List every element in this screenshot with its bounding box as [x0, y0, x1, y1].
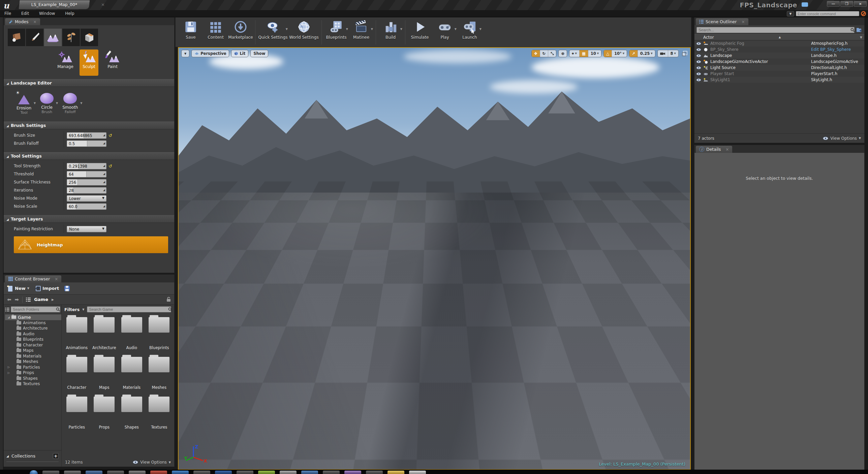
folder-shapes[interactable]: Shapes — [118, 395, 146, 435]
search-folders-input[interactable] — [11, 306, 60, 312]
menu-file[interactable]: File — [0, 10, 16, 17]
tree-item-audio[interactable]: Audio — [5, 331, 61, 337]
create-folder-icon[interactable] — [856, 28, 862, 32]
breadcrumb-game[interactable]: Game — [34, 297, 48, 302]
folder-meshes[interactable]: Meshes — [146, 356, 173, 395]
visibility-eye-icon[interactable] — [696, 78, 701, 81]
chevron-right-icon[interactable]: ▶ — [52, 298, 54, 301]
camera-speed-value[interactable]: 8▼ — [668, 50, 678, 57]
rotation-snap-toggle[interactable]: △ — [604, 50, 612, 57]
brush-falloff-input[interactable]: 0.5 ◢ — [67, 140, 106, 147]
save-all-icon[interactable] — [64, 285, 70, 292]
chevron-down-icon[interactable]: ▼ — [80, 102, 82, 105]
new-tab-area[interactable]: × — [101, 2, 105, 7]
expanded-caret-icon[interactable]: ◢ — [5, 316, 10, 319]
menu-window[interactable]: Window — [35, 10, 59, 17]
outliner-search-input[interactable] — [696, 27, 855, 33]
tree-item-meshes[interactable]: Meshes — [5, 359, 61, 365]
sources-toggle-icon[interactable] — [5, 308, 9, 311]
actor-type-link[interactable]: AtmosphericFog.h — [811, 41, 864, 46]
tree-item-textures[interactable]: Textures — [5, 381, 61, 387]
content-button[interactable]: Content — [203, 20, 228, 40]
play-button[interactable]: ▼ Play — [432, 20, 457, 40]
taskbar-icon[interactable] — [193, 471, 210, 474]
content-browser-tab[interactable]: Content Browser × — [5, 275, 61, 282]
taskbar-icon[interactable] — [301, 471, 318, 474]
visibility-eye-icon[interactable] — [696, 48, 701, 51]
expand-caret-icon[interactable]: ▷ — [5, 366, 10, 369]
tree-item-materials[interactable]: Materials — [5, 353, 61, 359]
add-collection-button[interactable]: + — [53, 453, 59, 459]
close-icon[interactable]: × — [55, 277, 58, 281]
move-tool-button[interactable]: ✥ — [532, 50, 540, 57]
world-local-toggle-button[interactable]: ⊕ — [559, 50, 567, 57]
details-tab[interactable]: i Details × — [696, 146, 732, 153]
taskbar-icon[interactable] — [42, 471, 59, 474]
actor-type-link[interactable]: DirectionalLight.h — [811, 65, 864, 70]
actor-row-light-source[interactable]: Light Source DirectionalLight.h — [694, 65, 864, 71]
taskbar-icon[interactable] — [344, 471, 361, 474]
tree-item-shapes[interactable]: Shapes — [5, 376, 61, 381]
restore-button[interactable]: ❒ — [840, 1, 853, 7]
lock-icon[interactable] — [166, 297, 171, 302]
taskbar-icon[interactable] — [215, 471, 232, 474]
sculpt-tool-button[interactable]: Sculpt — [80, 49, 98, 76]
tree-item-animations[interactable]: Animations — [5, 320, 61, 326]
reset-to-default-icon[interactable]: ↺ — [108, 164, 112, 168]
maximize-viewport-icon[interactable] — [682, 51, 687, 56]
tree-item-blueprints[interactable]: Blueprints — [5, 337, 61, 342]
lit-mode-button[interactable]: Lit — [231, 50, 248, 57]
path-list-icon[interactable] — [26, 298, 31, 302]
foliage-mode-button[interactable] — [62, 29, 80, 46]
save-button[interactable]: Save — [178, 20, 203, 40]
view-options-button[interactable]: View Options ▼ — [133, 460, 171, 465]
taskbar-icon[interactable] — [323, 471, 340, 474]
visibility-eye-icon[interactable] — [696, 54, 701, 57]
feedback-bubble-icon[interactable] — [802, 2, 808, 7]
painting-restriction-select[interactable]: None ▼ — [67, 226, 106, 232]
back-button[interactable]: ⬅ — [7, 297, 11, 303]
viewport-options-button[interactable]: ▼ — [181, 50, 189, 57]
target-layers-header[interactable]: ◢Target Layers — [4, 215, 174, 223]
actor-row-player-start[interactable]: Player Start PlayerStart.h — [694, 71, 864, 77]
landscape-editor-header[interactable]: ◢Landscape Editor — [4, 79, 174, 87]
close-icon[interactable]: × — [725, 147, 729, 152]
chevron-down-icon[interactable]: ▼ — [34, 102, 36, 105]
tree-item-character[interactable]: Character — [5, 342, 61, 348]
console-filter-icon[interactable]: ▼ — [787, 11, 794, 16]
filter-icon[interactable]: ▼ — [860, 36, 862, 39]
marketplace-button[interactable]: Marketplace — [228, 20, 253, 40]
visibility-eye-icon[interactable] — [696, 42, 701, 45]
actor-row-bp-sky-sphere[interactable]: BP_Sky_Shere Edit BP_Sky_Sphere — [694, 46, 864, 53]
start-button[interactable] — [30, 470, 38, 474]
rotate-tool-button[interactable]: ↻ — [540, 50, 549, 57]
actor-column-header[interactable]: Actor ▲ ▼ — [694, 34, 864, 40]
folder-textures[interactable]: Textures — [146, 395, 173, 435]
paint-tool-button[interactable]: Paint — [103, 49, 122, 76]
import-button[interactable]: Import — [34, 285, 59, 292]
actor-row-landscape[interactable]: Landscape Landscape.h — [694, 53, 864, 59]
taskbar-icon[interactable] — [388, 471, 404, 474]
actor-row-atmospheric-fog[interactable]: Atmospheric Fog AtmosphericFog.h — [694, 40, 864, 46]
grid-snap-toggle[interactable]: ▦ — [580, 50, 588, 57]
close-button[interactable]: × — [854, 1, 867, 7]
taskbar-icon[interactable] — [107, 471, 124, 474]
filters-button[interactable]: Filters — [64, 307, 80, 312]
folder-audio[interactable]: Audio — [118, 316, 146, 356]
minimize-button[interactable]: — — [827, 1, 840, 7]
iterations-input[interactable]: 28 ◢ — [67, 187, 106, 194]
simulate-button[interactable]: Simulate — [407, 20, 432, 40]
close-icon[interactable]: × — [741, 20, 745, 24]
taskbar-icon[interactable] — [172, 471, 189, 474]
matinee-button[interactable]: ▼ Matinee — [349, 20, 374, 40]
level-tab[interactable]: LS_Example_Map_00* — [19, 0, 90, 9]
actor-row-skylight[interactable]: SkyLight1 SkyLight.h — [694, 77, 864, 83]
taskbar-icon[interactable] — [64, 471, 81, 474]
taskbar-icon[interactable] — [258, 471, 275, 474]
tree-item-props[interactable]: ▷Props — [5, 370, 61, 376]
tree-item-maps[interactable]: Maps — [5, 348, 61, 353]
brush-size-input[interactable]: 693.648865 ◢ — [67, 132, 106, 139]
circle-brush-button[interactable]: ▼ Circle Brush — [40, 92, 54, 115]
folder-character[interactable]: Character — [63, 356, 91, 395]
place-mode-button[interactable] — [8, 29, 25, 46]
